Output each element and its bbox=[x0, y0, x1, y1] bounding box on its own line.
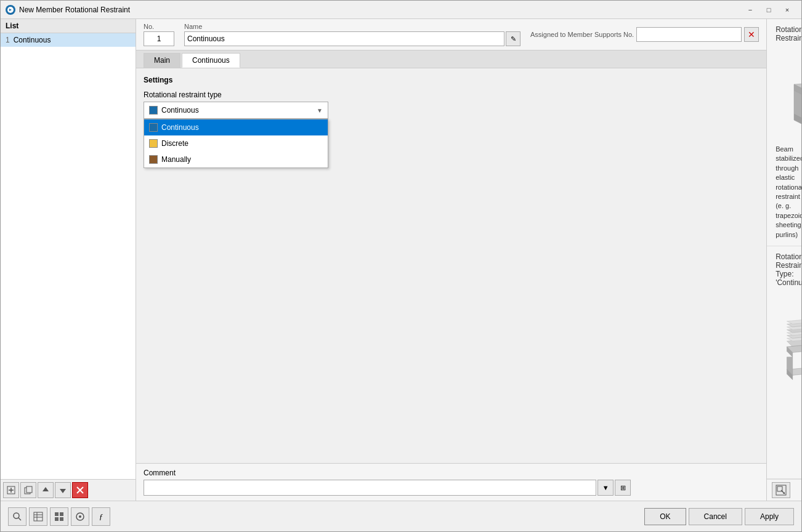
close-button[interactable]: × bbox=[778, 2, 796, 17]
info-section-bottom: Rotational Restraint Type: 'Continuous' bbox=[767, 246, 801, 479]
discrete-option-label: Discrete bbox=[161, 139, 188, 148]
dropdown-selected-label: Continuous bbox=[161, 106, 199, 115]
table-icon bbox=[33, 512, 43, 522]
name-edit-button[interactable]: ✎ bbox=[506, 31, 520, 46]
view-tool-button[interactable] bbox=[71, 507, 89, 526]
delete-item-button[interactable] bbox=[72, 482, 88, 498]
add-item-button[interactable] bbox=[3, 482, 19, 498]
comment-input[interactable] bbox=[144, 480, 596, 496]
assigned-section: Assigned to Member Supports No. ✕ bbox=[530, 27, 759, 42]
apply-button[interactable]: Apply bbox=[745, 508, 794, 525]
search-icon bbox=[12, 512, 22, 522]
settings-section-label: Settings bbox=[144, 76, 759, 84]
table-tool-button[interactable] bbox=[29, 507, 47, 526]
search-tool-button[interactable] bbox=[8, 507, 26, 526]
dialog-content: List 1 Continuous bbox=[1, 19, 801, 531]
view-icon bbox=[75, 512, 85, 522]
svg-rect-51 bbox=[34, 512, 43, 521]
name-input-group: ✎ bbox=[184, 31, 520, 46]
manually-option-label: Manually bbox=[161, 155, 191, 164]
grid-icon bbox=[54, 512, 64, 522]
svg-rect-5 bbox=[26, 486, 32, 493]
dropdown-item-continuous[interactable]: Continuous bbox=[144, 119, 328, 135]
app-icon bbox=[6, 5, 15, 15]
info-section-top: Rotational Restraint bbox=[767, 19, 801, 246]
list-item-number: 1 bbox=[6, 36, 10, 44]
assigned-input[interactable] bbox=[636, 27, 742, 42]
svg-rect-58 bbox=[60, 517, 63, 521]
rotational-restraint-title: Rotational Restraint bbox=[776, 25, 793, 42]
comment-add-button[interactable]: ⊞ bbox=[615, 480, 631, 496]
footer-tools: ƒ bbox=[8, 507, 110, 526]
selected-color-swatch bbox=[149, 106, 158, 115]
comment-right bbox=[636, 469, 759, 496]
title-bar: New Member Rotational Restraint − □ × bbox=[1, 1, 801, 19]
dropdown-trigger[interactable]: Continuous ▼ bbox=[144, 102, 328, 119]
tab-continuous-label: Continuous bbox=[192, 56, 230, 65]
name-input[interactable] bbox=[184, 31, 504, 46]
list-item-name: Continuous bbox=[14, 36, 51, 44]
comment-dropdown-button[interactable]: ▼ bbox=[597, 480, 614, 496]
sheeting-group bbox=[787, 310, 801, 351]
beam-svg-top bbox=[776, 47, 801, 140]
continuous-option-label: Continuous bbox=[161, 123, 199, 132]
restraint-type-dropdown[interactable]: Continuous ▼ Continuous bbox=[144, 102, 328, 119]
move-up-button[interactable] bbox=[38, 482, 54, 498]
center-panel: No. Name ✎ Assigned to Member Supports N… bbox=[136, 19, 767, 501]
comment-input-group: ▼ ⊞ bbox=[144, 480, 631, 496]
name-label: Name bbox=[184, 23, 520, 30]
info-panel: Rotational Restraint bbox=[767, 19, 801, 501]
svg-rect-57 bbox=[55, 517, 59, 521]
export-icon bbox=[776, 485, 787, 496]
beam-svg-bottom bbox=[776, 292, 801, 390]
dropdown-arrow-icon: ▼ bbox=[317, 107, 323, 114]
no-label: No. bbox=[144, 23, 174, 30]
function-tool-button[interactable]: ƒ bbox=[92, 507, 110, 526]
dropdown-selected: Continuous bbox=[149, 106, 199, 115]
footer-buttons: OK Cancel Apply bbox=[644, 508, 794, 525]
svg-line-50 bbox=[18, 518, 21, 520]
comment-section: Comment ▼ ⊞ bbox=[144, 469, 631, 496]
grid-tool-button[interactable] bbox=[50, 507, 68, 526]
move-down-button[interactable] bbox=[55, 482, 71, 498]
cancel-button[interactable]: Cancel bbox=[689, 508, 742, 525]
svg-rect-56 bbox=[60, 512, 63, 516]
tabs-bar: Main Continuous bbox=[136, 50, 766, 68]
no-field: No. bbox=[144, 23, 174, 46]
copy-item-button[interactable] bbox=[20, 482, 36, 498]
title-bar-text: New Member Rotational Restraint bbox=[19, 6, 130, 14]
svg-marker-31 bbox=[787, 313, 801, 327]
restraint-type-info-label: Rotational Restraint Type: 'Continuous' bbox=[776, 252, 793, 287]
svg-marker-32 bbox=[787, 310, 801, 324]
dropdown-item-manually[interactable]: Manually bbox=[144, 151, 328, 167]
minimize-button[interactable]: − bbox=[741, 2, 759, 17]
beam-illustration-top bbox=[776, 47, 801, 140]
svg-marker-7 bbox=[60, 489, 66, 493]
list-panel-header: List bbox=[1, 19, 136, 33]
svg-rect-55 bbox=[55, 512, 59, 516]
list-item[interactable]: 1 Continuous bbox=[1, 33, 136, 47]
export-button[interactable] bbox=[772, 482, 790, 498]
ok-button[interactable]: OK bbox=[644, 508, 686, 525]
export-area bbox=[767, 479, 801, 501]
function-icon: ƒ bbox=[99, 512, 103, 522]
dropdown-item-discrete[interactable]: Discrete bbox=[144, 135, 328, 151]
assigned-clear-button[interactable]: ✕ bbox=[744, 27, 759, 42]
no-input[interactable] bbox=[144, 31, 174, 46]
restraint-type-label: Rotational restraint type bbox=[144, 91, 759, 99]
left-panel: List 1 Continuous bbox=[1, 19, 136, 501]
tab-main-label: Main bbox=[154, 56, 170, 65]
settings-panel: Settings Rotational restraint type Conti… bbox=[136, 68, 766, 463]
body-area: List 1 Continuous bbox=[1, 19, 801, 501]
list-toolbar bbox=[1, 479, 136, 501]
comment-label: Comment bbox=[144, 469, 631, 477]
continuous-swatch bbox=[149, 123, 158, 132]
manually-swatch bbox=[149, 155, 158, 164]
tab-continuous[interactable]: Continuous bbox=[182, 53, 240, 68]
svg-point-60 bbox=[79, 515, 81, 518]
maximize-button[interactable]: □ bbox=[759, 2, 778, 17]
right-area: No. Name ✎ Assigned to Member Supports N… bbox=[136, 19, 801, 501]
svg-marker-6 bbox=[43, 487, 49, 491]
tab-main[interactable]: Main bbox=[144, 53, 180, 68]
comment-area: Comment ▼ ⊞ bbox=[136, 463, 766, 501]
